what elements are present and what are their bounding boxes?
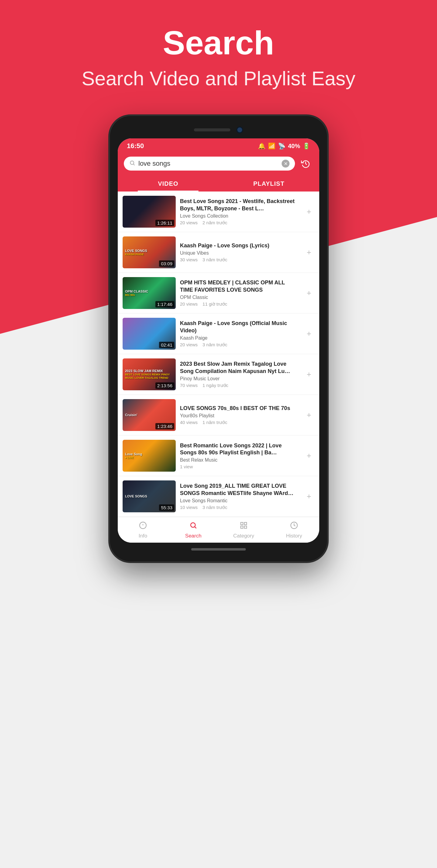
add-to-playlist-button[interactable]: +: [304, 247, 314, 258]
video-title: Love Song 2019_ALL TIME GREAT LOVE SONGS…: [180, 483, 299, 497]
video-views: 30 views: [180, 257, 197, 262]
nav-label-category: Category: [233, 533, 254, 539]
video-views: 20 views: [180, 301, 197, 307]
status-icons: 🔔 📶 📡 40% 🔋: [258, 142, 310, 150]
video-title: Kaash Paige - Love Songs (Official Music…: [180, 320, 299, 334]
video-meta: 30 views3 năm trước: [180, 257, 299, 262]
video-thumbnail: 2023 SLOW JAM REMIX BEST LOVE SONGS REMI…: [123, 359, 176, 390]
add-to-playlist-button[interactable]: +: [304, 491, 314, 502]
video-title: Best Love Songs 2021 - Westlife, Backstr…: [180, 198, 299, 212]
video-duration: 03:09: [159, 260, 174, 267]
video-duration: 1:17:46: [155, 301, 174, 307]
video-item[interactable]: 02:41 Kaash Paige - Love Songs (Official…: [118, 313, 319, 354]
video-views: 20 views: [180, 220, 197, 225]
video-info: Kaash Paige - Love Songs (Lyrics) Unique…: [180, 242, 299, 262]
add-to-playlist-button[interactable]: +: [304, 288, 314, 299]
video-channel: Love Songs Collection: [180, 213, 299, 219]
home-indicator[interactable]: [191, 548, 246, 551]
video-title: LOVE SONGS 70s_80s l BEST OF THE 70s: [180, 405, 299, 412]
nav-label-info: Info: [139, 533, 147, 539]
video-time: 3 năm trước: [202, 257, 227, 262]
video-info: OPM HITS MEDLEY | CLASSIC OPM ALL TIME F…: [180, 279, 299, 307]
nav-icon-search: [189, 521, 197, 531]
thumb-sub-label: 80s 90s: [125, 293, 135, 297]
tab-video[interactable]: VIDEO: [118, 176, 218, 191]
video-channel: Kaash Paige: [180, 335, 299, 341]
video-item[interactable]: Cruisin' 1:23:46 LOVE SONGS 70s_80s l BE…: [118, 395, 319, 436]
svg-rect-10: [241, 526, 243, 528]
wifi-icon: 📶: [268, 142, 276, 150]
thumb-sub-label: BEST LOVE SONGS REMIX PINOY MUSIC LOVER …: [125, 373, 173, 380]
video-thumbnail: Cruisin' 1:23:46: [123, 399, 176, 431]
nav-item-category[interactable]: Category: [218, 517, 269, 542]
video-views: 40 views: [180, 420, 197, 425]
video-item[interactable]: LOVE SONGS KAASH PAIGE 03:09 Kaash Paige…: [118, 232, 319, 273]
thumb-main-label: Love Song: [125, 452, 142, 456]
nav-item-info[interactable]: Info: [118, 517, 168, 542]
video-thumbnail: LOVE SONGS 55:33: [123, 480, 176, 512]
video-item[interactable]: LOVE SONGS 55:33 Love Song 2019_ALL TIME…: [118, 476, 319, 517]
video-thumbnail: LOVE SONGS KAASH PAIGE 03:09: [123, 237, 176, 268]
video-time: 1 ngày trước: [202, 383, 228, 388]
video-channel: OPM Classic: [180, 295, 299, 300]
video-channel: Best Relax Music: [180, 457, 299, 463]
add-to-playlist-button[interactable]: +: [304, 369, 314, 380]
video-meta: 10 views3 năm trước: [180, 505, 299, 510]
video-title: Kaash Paige - Love Songs (Lyrics): [180, 242, 299, 249]
page-subtitle: Search Video and Playlist Easy: [0, 67, 437, 90]
video-views: 1 view: [180, 464, 193, 469]
add-to-playlist-button[interactable]: +: [304, 206, 314, 217]
nav-item-search[interactable]: Search: [168, 517, 218, 542]
video-time: 11 giờ trước: [202, 301, 227, 307]
video-time: 3 năm trước: [202, 505, 227, 510]
nav-label-history: History: [286, 533, 302, 539]
phone-shell: 16:50 🔔 📶 📡 40% 🔋 love s: [109, 115, 328, 562]
phone-screen: 16:50 🔔 📶 📡 40% 🔋 love s: [118, 138, 319, 542]
search-input[interactable]: love songs: [138, 160, 279, 167]
svg-rect-9: [244, 522, 247, 525]
video-meta: 70 views1 ngày trước: [180, 383, 299, 388]
alarm-icon: 🔔: [258, 142, 266, 150]
svg-rect-11: [244, 526, 247, 528]
svg-point-6: [191, 523, 195, 527]
battery-icon: 🔋: [303, 142, 310, 150]
svg-line-7: [195, 527, 196, 528]
nav-label-search: Search: [185, 533, 201, 539]
status-time: 16:50: [127, 142, 144, 150]
video-item[interactable]: OPM CLASSIC 80s 90s 1:17:46 OPM HITS MED…: [118, 273, 319, 313]
thumb-main-label: LOVE SONGS: [125, 249, 147, 253]
video-title: OPM HITS MEDLEY | CLASSIC OPM ALL TIME F…: [180, 279, 299, 293]
video-duration: 55:33: [159, 504, 174, 511]
video-item[interactable]: Love Song ● LIVE Best Romantic Love Song…: [118, 436, 319, 476]
video-item[interactable]: 2023 SLOW JAM REMIX BEST LOVE SONGS REMI…: [118, 354, 319, 395]
phone-device: 16:50 🔔 📶 📡 40% 🔋 love s: [109, 115, 328, 562]
video-channel: Love Songs Romantic: [180, 498, 299, 503]
thumb-main-label: OPM CLASSIC: [125, 289, 148, 293]
video-title: Best Romantic Love Songs 2022 | Love Son…: [180, 442, 299, 457]
add-to-playlist-button[interactable]: +: [304, 329, 314, 339]
video-info: 2023 Best Slow Jam Remix Tagalog Love So…: [180, 361, 299, 388]
page-title: Search: [0, 24, 437, 61]
video-info: Love Song 2019_ALL TIME GREAT LOVE SONGS…: [180, 483, 299, 510]
video-thumbnail: 1:26:11: [123, 196, 176, 228]
search-history-button[interactable]: [298, 156, 313, 171]
video-duration: 02:41: [159, 342, 174, 348]
clear-button[interactable]: ✕: [282, 160, 289, 167]
svg-rect-8: [241, 522, 243, 525]
search-input-wrap[interactable]: love songs ✕: [124, 157, 295, 170]
video-channel: Pinoy Music Lover: [180, 376, 299, 381]
add-to-playlist-button[interactable]: +: [304, 410, 314, 421]
thumb-main-label: Cruisin': [125, 413, 137, 417]
add-to-playlist-button[interactable]: +: [304, 451, 314, 461]
video-list: 1:26:11 Best Love Songs 2021 - Westlife,…: [118, 191, 319, 517]
video-item[interactable]: 1:26:11 Best Love Songs 2021 - Westlife,…: [118, 191, 319, 232]
tab-playlist[interactable]: PLAYLIST: [218, 176, 319, 191]
video-title: 2023 Best Slow Jam Remix Tagalog Love So…: [180, 361, 299, 375]
video-meta: 40 views1 năm trước: [180, 420, 299, 425]
video-info: LOVE SONGS 70s_80s l BEST OF THE 70s You…: [180, 405, 299, 425]
battery-text: 40%: [288, 143, 300, 150]
phone-camera: [237, 127, 243, 133]
nav-item-history[interactable]: History: [269, 517, 319, 542]
video-duration: 1:23:46: [155, 423, 174, 429]
video-info: Best Romantic Love Songs 2022 | Love Son…: [180, 442, 299, 469]
